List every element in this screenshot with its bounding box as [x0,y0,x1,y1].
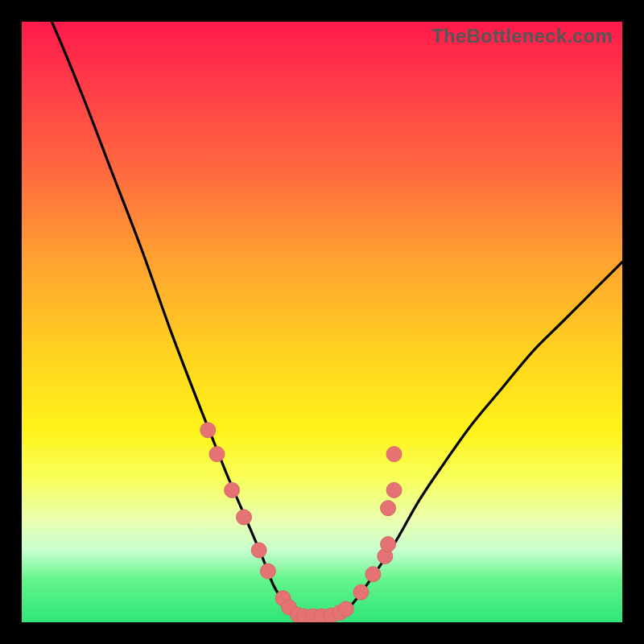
plot-area: TheBottleneck.com [22,22,622,622]
scatter-dot [386,482,402,497]
scatter-dot [338,601,353,617]
chart-frame: TheBottleneck.com [0,0,644,644]
chart-svg [22,22,622,622]
scatter-dot [200,423,216,438]
scatter-dot [386,447,402,462]
scatter-dot [209,447,225,462]
scatter-dot [237,510,252,525]
scatter-dot [365,567,381,582]
scatter-dot [225,482,240,497]
bottleneck-curve-path [22,22,622,617]
scatter-dot [353,584,369,600]
scatter-dot [260,564,275,579]
scatter-dot [381,501,396,516]
scatter-dot [251,543,266,558]
scatter-dots [200,423,402,622]
scatter-dot [381,537,396,552]
